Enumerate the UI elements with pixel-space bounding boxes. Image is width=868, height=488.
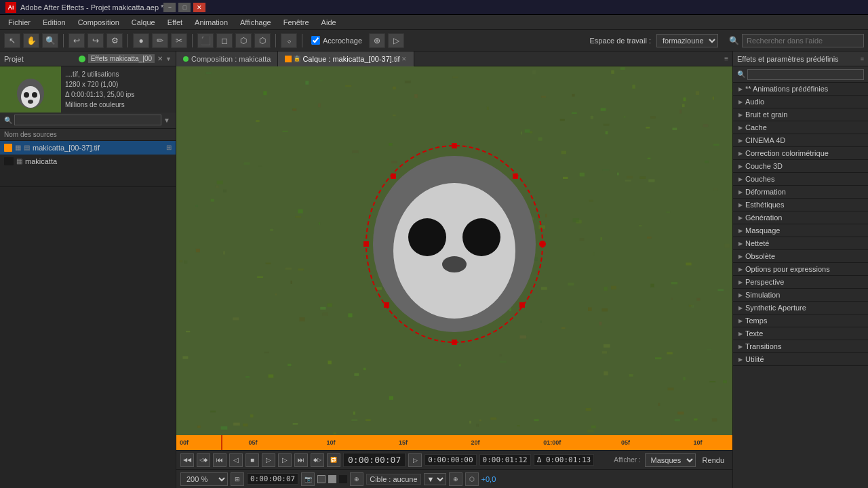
menu-effet[interactable]: Effet [162,17,188,28]
file-dimensions: 868 x 488 (1,00) [65,79,172,89]
goto-time-btn[interactable]: ▷ [408,453,422,467]
zoom-select[interactable]: 200 % [180,472,228,486]
hand-tool[interactable]: ✋ [23,33,39,48]
project-panel-close[interactable]: ✕ [157,55,163,62]
effects-search-bar[interactable]: 🔍 [733,66,868,83]
menu-animation[interactable]: Animation [189,17,233,28]
timeline-ruler[interactable]: 00f 05f 10f 15f 20f 01:00f 05f 10f [176,435,732,450]
minimize-button[interactable]: − [163,3,176,12]
effects-cat-6[interactable]: ▶Couche 3D [733,160,868,173]
effects-cat-5[interactable]: ▶Correction colorimétrique [733,147,868,160]
tool-extra-2[interactable]: ▷ [388,33,404,48]
window-controls[interactable]: − □ ✕ [163,3,205,12]
effects-cat-11[interactable]: ▶Masquage [733,224,868,237]
project-item-1[interactable]: ▦ makicatta [0,155,176,168]
effects-cat-9[interactable]: ▶Esthétiques [733,199,868,211]
eraser-tool[interactable]: ◻ [216,33,233,48]
prev-keyframe-btn[interactable]: ◁◆ [197,453,210,467]
cat-arrow-0: ▶ [738,86,743,92]
camera-btn[interactable]: 📷 [301,472,315,486]
stop-btn[interactable]: ■ [245,453,259,467]
loop-btn[interactable]: 🔁 [327,453,340,467]
help-search-input[interactable] [742,34,864,47]
menu-edition[interactable]: Edition [37,17,71,28]
color-swatch-2[interactable] [328,475,336,483]
mask-tool[interactable]: ⬡ [254,33,271,48]
panel-menu-icon[interactable]: ▼ [165,56,172,62]
puppet-tool[interactable]: ⬦ [281,33,297,48]
effects-cat-13[interactable]: ▶Obsolète [733,250,868,263]
effects-cat-2[interactable]: ▶Bruit et grain [733,108,868,121]
effects-cat-14[interactable]: ▶Options pour expressions [733,263,868,276]
next-1-btn[interactable]: ▷ [278,453,292,467]
comp-active-dot [183,56,189,62]
effects-panel-menu[interactable]: ≡ [861,56,864,62]
cat-arrow-4: ▶ [738,138,743,144]
maximize-button[interactable]: □ [178,3,191,12]
effects-cat-16[interactable]: ▶Simulation [733,289,868,302]
undo-btn[interactable]: ↩ [68,33,85,48]
pen-tool[interactable]: ✏ [152,33,168,48]
effects-cat-3[interactable]: ▶Cache [733,121,868,134]
color-swatch-3[interactable] [339,475,347,483]
effects-cat-8[interactable]: ▶Déformation [733,186,868,199]
tool-extra-1[interactable]: ⊕ [369,33,385,48]
effects-cat-12[interactable]: ▶Netteté [733,237,868,250]
close-button[interactable]: ✕ [193,3,205,12]
menu-fichier[interactable]: Fichier [3,17,36,28]
menu-fenetre[interactable]: Fenêtre [278,17,315,28]
menu-calque[interactable]: Calque [126,17,161,28]
effects-cat-15[interactable]: ▶Perspective [733,276,868,289]
menu-aide[interactable]: Aide [316,17,342,28]
snap-btn[interactable]: ⊕ [449,472,462,486]
effects-cat-17[interactable]: ▶Synthetic Aperture [733,302,868,314]
settings-btn[interactable]: ⚙ [106,33,123,48]
clone-tool[interactable]: ✂ [171,33,187,48]
paint-tool[interactable]: ⬡ [235,33,252,48]
prev-frame-btn[interactable]: ◀◀ [180,453,194,467]
comp-view-tab[interactable]: Composition : makicatta [176,52,278,66]
selection-tool[interactable]: ↖ [4,33,20,48]
effects-cat-21[interactable]: ▶Utilité [733,353,868,366]
accrochage-checkbox[interactable] [311,36,320,45]
zoom-tool[interactable]: 🔍 [42,33,58,48]
color-swatch-1[interactable] [317,475,326,483]
effects-cat-0[interactable]: ▶** Animations prédéfinies [733,83,868,96]
effects-cat-10[interactable]: ▶Génération [733,211,868,224]
workspace-select[interactable]: formazioune [656,34,718,47]
layer-tab-close[interactable]: ✕ [401,56,407,62]
effects-cat-4[interactable]: ▶CINEMA 4D [733,134,868,147]
menu-affichage[interactable]: Affichage [235,17,277,28]
channels-btn[interactable]: ⊕ [350,472,363,486]
menu-composition[interactable]: Composition [73,17,125,28]
effects-search-input[interactable] [747,69,864,80]
last-frame-btn[interactable]: ⏭ [294,453,308,467]
layer-view-tab[interactable]: 🔒 Calque : makicatta_[00-37].tif ✕ [278,52,414,66]
next-keyframe-btn[interactable]: ◆▷ [311,453,324,467]
effects-cat-7[interactable]: ▶Couches [733,173,868,186]
grid-btn[interactable]: ⊞ [231,472,244,486]
project-item-0[interactable]: ▦ ▤ makicatta_[00-37].tif ⊞ [0,141,176,155]
effects-cat-19[interactable]: ▶Texte [733,327,868,340]
accrochage-checkbox-area[interactable]: Accrochage [307,36,366,45]
ruler-00f: 00f [180,439,189,446]
left-panel-empty [0,187,176,488]
effects-cat-18[interactable]: ▶Temps [733,314,868,327]
target-select[interactable]: ▼ [424,473,446,485]
brush-tool[interactable]: ● [133,33,149,48]
play-btn[interactable]: ▷ [262,453,275,467]
project-search-bar[interactable]: 🔍 ▼ [0,113,176,129]
shape-tool[interactable]: ⬛ [197,33,214,48]
search-options-icon[interactable]: ▼ [163,117,170,124]
comp-options-icon[interactable]: ≡ [720,55,732,62]
effects-cat-20[interactable]: ▶Transitions [733,340,868,353]
effects-cat-1[interactable]: ▶Audio [733,96,868,108]
current-time-display[interactable]: 0:00:00:07 [343,453,406,467]
flow-btn[interactable]: ⬡ [465,472,479,486]
effects-label-small: Effets makicatta_[00 [88,54,155,63]
project-search-input[interactable] [14,115,161,125]
prev-1-btn[interactable]: ◁ [229,453,243,467]
first-frame-btn[interactable]: ⏮ [213,453,226,467]
redo-btn[interactable]: ↪ [87,33,104,48]
display-mode-select[interactable]: Masques [645,453,696,467]
